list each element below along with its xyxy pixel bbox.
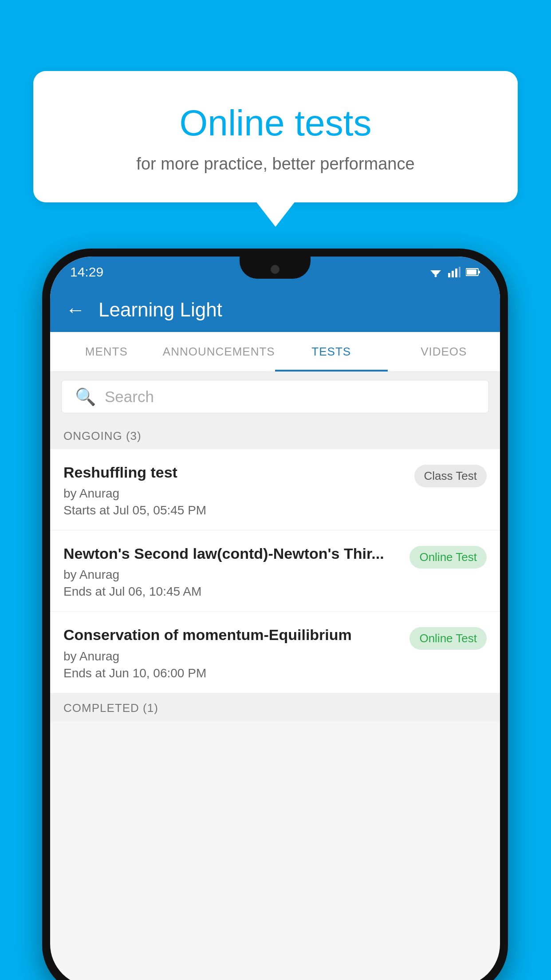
test-by: by Anurag — [63, 486, 405, 501]
tabs-bar: MENTS ANNOUNCEMENTS TESTS VIDEOS — [50, 332, 500, 372]
test-badge-class: Class Test — [414, 465, 487, 487]
completed-section-label: COMPLETED (1) — [50, 693, 500, 721]
search-icon: 🔍 — [75, 387, 96, 407]
speech-bubble-section: Online tests for more practice, better p… — [33, 71, 518, 202]
test-item[interactable]: Reshuffling test by Anurag Starts at Jul… — [50, 449, 500, 530]
phone-frame: 14:29 — [42, 249, 508, 980]
camera — [271, 265, 279, 274]
status-time: 14:29 — [70, 265, 103, 280]
notch — [240, 257, 311, 279]
test-date: Ends at Jun 10, 06:00 PM — [63, 666, 401, 680]
test-date: Starts at Jul 05, 05:45 PM — [63, 503, 405, 518]
wifi-icon — [429, 267, 443, 277]
test-badge-online: Online Test — [409, 546, 487, 569]
status-bar: 14:29 — [50, 257, 500, 288]
test-name: Conservation of momentum-Equilibrium — [63, 625, 401, 644]
svg-rect-6 — [459, 267, 460, 277]
search-bar[interactable]: 🔍 Search — [61, 380, 489, 413]
battery-icon — [466, 268, 480, 277]
svg-rect-8 — [479, 271, 480, 273]
test-item[interactable]: Newton's Second law(contd)-Newton's Thir… — [50, 530, 500, 612]
test-date: Ends at Jul 06, 10:45 AM — [63, 585, 401, 599]
ongoing-section-label: ONGOING (3) — [50, 421, 500, 449]
tab-announcements[interactable]: ANNOUNCEMENTS — [163, 332, 276, 371]
test-name: Newton's Second law(contd)-Newton's Thir… — [63, 544, 401, 563]
tab-ments[interactable]: MENTS — [50, 332, 163, 371]
svg-rect-5 — [455, 269, 457, 277]
speech-bubble: Online tests for more practice, better p… — [33, 71, 518, 202]
phone-screen: 14:29 — [50, 257, 500, 980]
test-info: Conservation of momentum-Equilibrium by … — [63, 625, 409, 680]
status-icons — [429, 267, 480, 277]
svg-rect-4 — [452, 271, 454, 277]
back-button[interactable]: ← — [66, 299, 85, 321]
test-item[interactable]: Conservation of momentum-Equilibrium by … — [50, 612, 500, 693]
test-info: Newton's Second law(contd)-Newton's Thir… — [63, 544, 409, 599]
test-badge-online: Online Test — [409, 627, 487, 650]
app-title: Learning Light — [98, 299, 222, 321]
test-list: Reshuffling test by Anurag Starts at Jul… — [50, 449, 500, 693]
bubble-subtitle: for more practice, better performance — [60, 154, 491, 174]
svg-rect-9 — [467, 269, 476, 275]
svg-rect-3 — [448, 273, 450, 277]
search-container: 🔍 Search — [50, 372, 500, 421]
tab-videos[interactable]: VIDEOS — [388, 332, 500, 371]
search-placeholder: Search — [105, 388, 154, 406]
test-info: Reshuffling test by Anurag Starts at Jul… — [63, 462, 414, 518]
app-bar: ← Learning Light — [50, 288, 500, 332]
test-by: by Anurag — [63, 568, 401, 582]
svg-point-2 — [435, 275, 437, 277]
tab-tests[interactable]: TESTS — [275, 332, 388, 371]
signal-icon — [448, 267, 460, 277]
bubble-title: Online tests — [60, 102, 491, 144]
test-by: by Anurag — [63, 649, 401, 664]
test-name: Reshuffling test — [63, 462, 405, 482]
